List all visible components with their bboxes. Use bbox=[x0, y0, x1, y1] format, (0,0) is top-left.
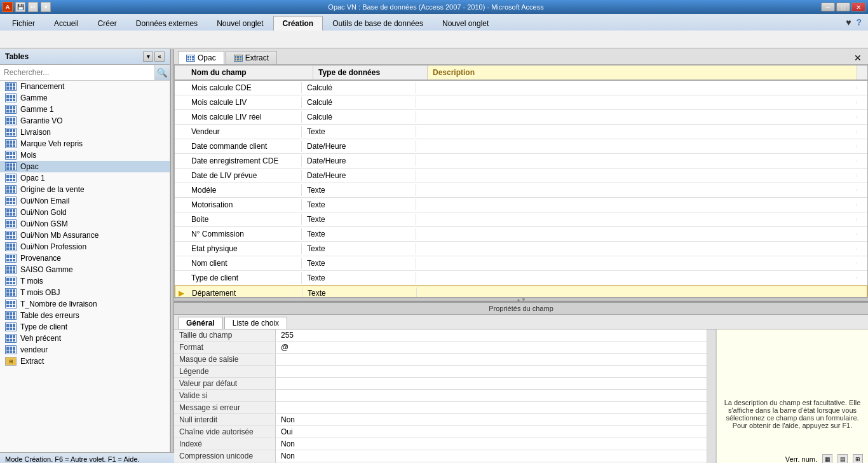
minimize-button[interactable]: ─ bbox=[821, 3, 835, 11]
table-item[interactable]: Type de client bbox=[0, 321, 170, 333]
row-indicator bbox=[175, 110, 186, 124]
table-item-label: Opac bbox=[20, 162, 39, 171]
table-icon bbox=[5, 93, 17, 102]
table-row[interactable]: N° CommissionTexte bbox=[175, 227, 867, 242]
quick-access-save[interactable]: 💾 bbox=[15, 2, 25, 12]
table-item[interactable]: Livraison bbox=[0, 127, 170, 138]
table-row[interactable]: MotorisationTexte bbox=[175, 198, 867, 212]
tables-double-chevron[interactable]: « bbox=[154, 52, 165, 62]
table-item-label: Opac 1 bbox=[20, 174, 45, 183]
prop-scrollbar[interactable] bbox=[707, 329, 715, 463]
table-item[interactable]: Origine de la vente bbox=[0, 184, 170, 195]
table-item[interactable]: Opac 1 bbox=[0, 172, 170, 184]
tab-creer[interactable]: Créer bbox=[88, 16, 126, 31]
table-item[interactable]: Gamme 1 bbox=[0, 104, 170, 115]
table-row[interactable]: Nom clientTexte bbox=[175, 256, 867, 271]
prop-tab-liste[interactable]: Liste de choix bbox=[224, 317, 287, 329]
quick-access-undo[interactable]: ↩ bbox=[28, 2, 38, 12]
field-type-cell: Date/Heure bbox=[302, 155, 416, 167]
table-item[interactable]: T mois bbox=[0, 275, 170, 287]
maximize-button[interactable]: □ bbox=[836, 3, 850, 11]
row-indicator bbox=[175, 271, 186, 285]
table-row[interactable]: ▶DépartementTexte bbox=[175, 286, 867, 297]
prop-value bbox=[276, 366, 707, 377]
doc-tab-opac[interactable]: Opac bbox=[178, 51, 224, 64]
prop-value[interactable]: Non bbox=[276, 438, 707, 450]
table-item[interactable]: Gamme bbox=[0, 92, 170, 104]
tab-fichier[interactable]: Fichier bbox=[3, 16, 44, 31]
tab-nouvel-onglet-1[interactable]: Nouvel onglet bbox=[207, 16, 273, 31]
table-item-label: T mois bbox=[20, 277, 43, 286]
table-item[interactable]: Marque Veh repris bbox=[0, 138, 170, 149]
view-design-icon[interactable]: ▦ bbox=[822, 454, 832, 464]
table-icon bbox=[5, 162, 17, 171]
table-item[interactable]: Oui/Non Gold bbox=[0, 207, 170, 218]
table-item[interactable]: Oui/Non Email bbox=[0, 195, 170, 207]
table-item[interactable]: Garantie VO bbox=[0, 115, 170, 127]
ribbon-content bbox=[0, 31, 868, 48]
prop-value[interactable]: Non bbox=[276, 450, 707, 462]
table-item[interactable]: Mois bbox=[0, 149, 170, 161]
table-row[interactable]: Mois calcule LIV réelCalculé bbox=[175, 110, 867, 125]
search-input[interactable] bbox=[0, 66, 154, 79]
doc-tab-extract[interactable]: Extract bbox=[226, 51, 277, 64]
table-item[interactable]: Oui/Non Profession bbox=[0, 241, 170, 252]
search-button[interactable]: 🔍 bbox=[154, 65, 170, 80]
table-item[interactable]: Oui/Non GSM bbox=[0, 218, 170, 230]
table-row[interactable]: Type de clientTexte bbox=[175, 271, 867, 286]
prop-value[interactable]: 255 bbox=[276, 329, 707, 341]
table-row[interactable]: Date commande clientDate/Heure bbox=[175, 139, 867, 154]
quick-access-dropdown[interactable]: ▾ bbox=[41, 2, 51, 12]
table-icon bbox=[5, 265, 17, 274]
table-item[interactable]: Provenance bbox=[0, 252, 170, 264]
doc-tab-opac-label: Opac bbox=[198, 53, 216, 62]
table-item[interactable]: T mois OBJ bbox=[0, 287, 170, 298]
prop-tab-general[interactable]: Général bbox=[178, 317, 223, 329]
tab-accueil[interactable]: Accueil bbox=[44, 16, 88, 31]
table-row[interactable]: BoiteTexte bbox=[175, 212, 867, 227]
table-item[interactable]: T_Nombre de livraison bbox=[0, 298, 170, 310]
table-item-label: SAISO Gamme bbox=[20, 265, 73, 274]
help-icon[interactable]: ♥ bbox=[846, 17, 851, 27]
field-desc-cell bbox=[416, 116, 857, 118]
row-indicator bbox=[175, 212, 186, 226]
prop-value[interactable]: Non bbox=[276, 414, 707, 425]
table-row[interactable]: Mois calcule LIVCalculé bbox=[175, 95, 867, 110]
prop-value[interactable]: @ bbox=[276, 342, 707, 353]
view-pivot-icon[interactable]: ⊞ bbox=[853, 454, 863, 464]
table-row[interactable]: Date enregistrement CDEDate/Heure bbox=[175, 154, 867, 169]
question-icon[interactable]: ? bbox=[856, 17, 862, 27]
row-indicator bbox=[175, 256, 186, 270]
tab-outils-bdd[interactable]: Outils de base de données bbox=[323, 16, 433, 31]
view-sheet-icon[interactable]: ▤ bbox=[837, 454, 848, 464]
status-text: Mode Création. F6 = Autre volet. F1 = Ai… bbox=[5, 455, 140, 463]
table-item[interactable]: Table des erreurs bbox=[0, 310, 170, 321]
tables-chevron-down[interactable]: ▾ bbox=[143, 52, 153, 62]
field-type-cell: Texte bbox=[302, 243, 416, 254]
prop-value[interactable]: Oui bbox=[276, 426, 707, 438]
field-type-cell: Texte bbox=[302, 287, 417, 297]
close-all-tabs[interactable]: ✕ bbox=[851, 52, 864, 64]
table-item[interactable]: ⊞Extract bbox=[0, 356, 170, 367]
table-item[interactable]: Financement bbox=[0, 81, 170, 92]
table-row[interactable]: VendeurTexte bbox=[175, 125, 867, 139]
field-desc-cell[interactable] bbox=[417, 286, 857, 297]
tab-creation[interactable]: Création bbox=[273, 16, 323, 31]
table-row[interactable]: Mois calcule CDECalculé bbox=[175, 81, 867, 95]
table-row[interactable]: Etat physiqueTexte bbox=[175, 242, 867, 256]
table-item[interactable]: Opac bbox=[0, 161, 170, 172]
tab-donnees-externes[interactable]: Données externes bbox=[126, 16, 207, 31]
desc-input[interactable] bbox=[417, 286, 857, 297]
table-item[interactable]: SAISO Gamme bbox=[0, 264, 170, 275]
doc-tab-extract-label: Extract bbox=[245, 53, 269, 62]
table-item[interactable]: Oui/Non Mb Assurance bbox=[0, 230, 170, 241]
table-row[interactable]: ModéleTexte bbox=[175, 183, 867, 198]
table-item-label: Oui/Non GSM bbox=[20, 219, 68, 228]
close-button[interactable]: ✕ bbox=[851, 3, 865, 11]
field-type-cell: Texte bbox=[302, 258, 416, 269]
tab-nouvel-onglet-2[interactable]: Nouvel onglet bbox=[433, 16, 498, 31]
table-row[interactable]: Date de LIV prévueDate/Heure bbox=[175, 169, 867, 183]
table-item[interactable]: Veh précent bbox=[0, 333, 170, 344]
table-item[interactable]: vendeur bbox=[0, 344, 170, 356]
status-right: Verr. num. ▦ ▤ ⊞ bbox=[785, 454, 863, 464]
